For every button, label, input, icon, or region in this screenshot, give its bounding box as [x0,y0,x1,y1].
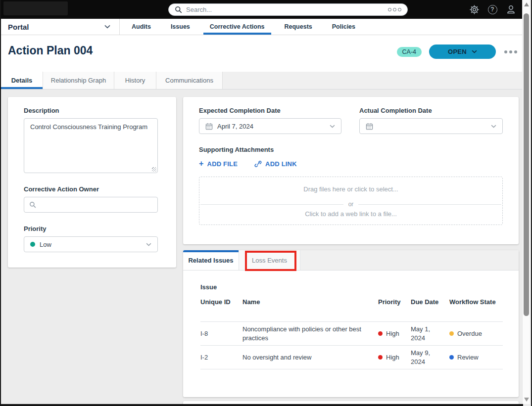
tab-related-issues[interactable]: Related Issues [183,250,239,270]
more-actions-icon[interactable] [503,48,518,55]
table-row[interactable]: I-8 Noncompliance with policies or other… [200,321,503,345]
add-weblink-target[interactable]: Click to add a web link to a file... [199,208,502,225]
cell-name: No oversight and review [242,353,378,362]
expected-date-label: Expected Completion Date [199,107,341,114]
unique-id-badge: CA-4 [397,47,422,57]
chevron-down-icon [146,243,151,246]
issue-group-label: Issue [200,283,503,291]
issues-table-header: Unique ID Name Priority Due Date Workflo… [200,298,503,321]
cell-priority: High [378,353,411,362]
page-title: Action Plan 004 [8,44,93,57]
priority-select[interactable]: Low [24,236,158,252]
vertical-scrollbar[interactable] [522,0,530,404]
cell-priority: High [378,329,411,338]
search-icon [175,6,182,13]
dates-attachments-card: Expected Completion Date April 7, 2024 A… [183,97,519,244]
owner-input[interactable] [40,201,152,209]
state-review-dot [449,355,454,360]
workflow-state-button[interactable]: OPEN [429,45,496,59]
owner-search-field[interactable] [24,197,158,213]
search-placeholder: Search... [186,6,388,13]
cell-due-date: May 9, 2024 [411,349,449,366]
page-tab-bar: Details Relationship Graph History Commu… [1,72,523,90]
nav-item-issues[interactable]: Issues [161,19,200,35]
tab-communications[interactable]: Communications [156,72,223,89]
nav-item-requests[interactable]: Requests [275,19,322,35]
details-left-card: Description Control Consciousness Traini… [8,97,176,268]
portal-dropdown[interactable]: Portal [1,19,120,35]
help-icon[interactable]: ? [487,3,498,15]
description-label: Description [24,107,160,114]
chevron-down-icon [491,125,496,128]
window-bottom-border [1,404,523,406]
scrollbar-thumb[interactable] [524,13,529,316]
cell-name: Noncompliance with policies or other bes… [242,325,378,342]
settings-gear-icon[interactable] [469,3,480,15]
user-profile-icon[interactable] [505,3,516,15]
add-link-button[interactable]: ADD LINK [254,159,297,168]
priority-label: Priority [24,225,160,232]
cell-workflow-state: Review [449,353,503,362]
tab-loss-events[interactable]: Loss Events [239,250,300,270]
related-issues-card: Related Issues Loss Events Issue Unique … [183,250,519,397]
related-tab-strip: Related Issues Loss Events [183,250,519,271]
global-search[interactable]: Search... [168,3,408,16]
chevron-down-icon [472,50,477,53]
actual-date-label: Actual Completion Date [359,107,503,114]
cell-unique-id: I-2 [200,353,242,362]
calendar-icon [366,123,373,130]
resize-grip-icon[interactable] [152,167,156,172]
nav-item-policies[interactable]: Policies [322,19,365,35]
link-icon [254,160,262,168]
attachments-label: Supporting Attachments [199,146,503,153]
top-bar: Search... ? [1,0,523,19]
tab-history[interactable]: History [114,72,156,89]
priority-high-dot [378,331,383,336]
nav-bar: Portal Audits Issues Corrective Actions … [1,19,523,35]
file-dropzone[interactable]: Drag files here or click to select... or… [199,177,503,225]
nav-item-corrective-actions[interactable]: Corrective Actions [200,19,275,35]
priority-high-dot [378,355,383,360]
owner-label: Corrective Action Owner [24,185,160,193]
tab-relationship-graph[interactable]: Relationship Graph [43,72,114,89]
plus-icon: + [199,159,204,168]
nav-item-audits[interactable]: Audits [122,19,161,35]
cell-workflow-state: Overdue [449,329,503,338]
drop-files-target[interactable]: Drag files here or click to select... [199,177,502,201]
scroll-up-arrow-icon[interactable] [524,2,529,6]
app-window: Search... ? [0,0,532,406]
actual-date-picker[interactable] [359,118,503,134]
cell-unique-id: I-8 [200,329,242,338]
logo-area [3,1,68,15]
priority-low-dot [30,242,35,247]
portal-label: Portal [8,23,29,31]
search-icon [29,201,36,208]
add-file-button[interactable]: + ADD FILE [199,159,238,168]
calendar-icon [205,123,213,130]
description-textarea[interactable]: Control Consciousness Training Program [24,118,158,173]
or-divider: or [199,201,502,208]
chevron-down-icon [330,125,335,128]
tab-details[interactable]: Details [1,72,43,89]
chevron-down-icon [104,25,110,29]
state-overdue-dot [449,331,454,336]
issues-table: Unique ID Name Priority Due Date Workflo… [200,298,503,369]
scroll-down-arrow-icon[interactable] [524,398,529,402]
expected-date-picker[interactable]: April 7, 2024 [199,118,341,134]
cell-due-date: May 1, 2024 [411,325,449,342]
table-row[interactable]: I-2 No oversight and review High May 9, … [200,345,503,369]
nav-items: Audits Issues Corrective Actions Request… [122,19,365,35]
search-options-icon[interactable] [388,8,401,11]
